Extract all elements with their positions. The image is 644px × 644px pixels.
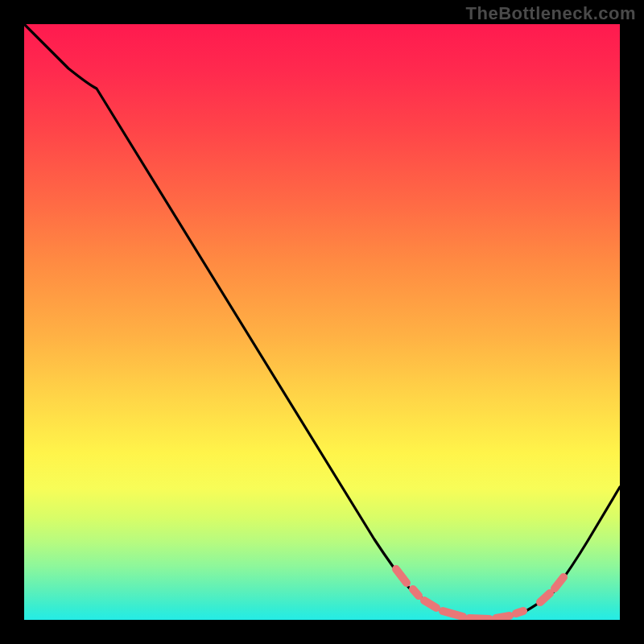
marker-dash: [555, 577, 564, 588]
marker-dash: [469, 618, 489, 619]
marker-dash: [443, 611, 463, 617]
watermark-text: TheBottleneck.com: [466, 3, 636, 24]
marker-dash: [516, 611, 523, 613]
chart-frame: TheBottleneck.com: [0, 0, 644, 644]
optimal-range-markers: [396, 569, 564, 619]
bottleneck-curve: [24, 24, 620, 620]
curve-layer: [24, 24, 620, 620]
marker-dash: [496, 616, 510, 618]
marker-dash: [424, 601, 436, 608]
marker-dash: [396, 569, 407, 583]
plot-area: [24, 24, 620, 620]
marker-dash: [540, 593, 550, 602]
marker-dash: [413, 589, 419, 596]
